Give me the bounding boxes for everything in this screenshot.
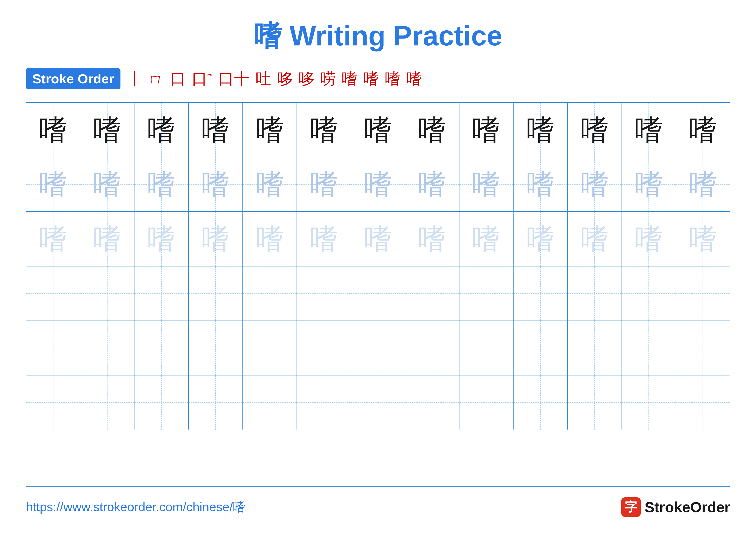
grid-cell-5-11[interactable] [622, 375, 676, 429]
grid-cell-3-4[interactable] [243, 267, 297, 320]
cell-character: 嗜 [635, 116, 663, 144]
grid-cell-0-1[interactable]: 嗜 [80, 103, 134, 157]
grid-cell-1-12[interactable]: 嗜 [676, 157, 730, 211]
cell-character: 嗜 [93, 116, 121, 144]
grid-cell-3-3[interactable] [189, 267, 243, 320]
cell-character: 嗜 [202, 116, 230, 144]
grid-cell-3-5[interactable] [297, 267, 351, 320]
footer-url[interactable]: https://www.strokeorder.com/chinese/嗜 [26, 499, 245, 516]
grid-cell-4-8[interactable] [459, 321, 514, 375]
grid-cell-0-7[interactable]: 嗜 [405, 103, 459, 157]
grid-cell-3-10[interactable] [568, 267, 622, 320]
grid-cell-1-11[interactable]: 嗜 [622, 157, 676, 211]
grid-cell-3-7[interactable] [405, 267, 459, 320]
grid-cell-4-5[interactable] [297, 321, 351, 375]
grid-cell-1-1[interactable]: 嗜 [80, 157, 134, 211]
grid-cell-4-2[interactable] [134, 321, 189, 375]
stroke-step-2: 口 [170, 71, 186, 87]
grid-cell-4-9[interactable] [514, 321, 568, 375]
cell-character: 嗜 [526, 225, 554, 253]
grid-cell-1-9[interactable]: 嗜 [514, 157, 568, 211]
grid-cell-0-3[interactable]: 嗜 [189, 103, 243, 157]
stroke-step-11: 嗜 [385, 71, 400, 87]
grid-cell-5-9[interactable] [514, 375, 568, 429]
grid-cell-0-2[interactable]: 嗜 [134, 103, 189, 157]
grid-cell-2-11[interactable]: 嗜 [622, 212, 676, 266]
grid-cell-3-2[interactable] [134, 267, 189, 320]
grid-cell-3-8[interactable] [459, 267, 514, 320]
cell-character: 嗜 [635, 225, 663, 253]
grid-cell-1-3[interactable]: 嗜 [189, 157, 243, 211]
cell-character: 嗜 [93, 170, 121, 198]
grid-cell-0-11[interactable]: 嗜 [622, 103, 676, 157]
grid-cell-5-12[interactable] [676, 375, 730, 429]
grid-cell-4-11[interactable] [622, 321, 676, 375]
grid-cell-4-12[interactable] [676, 321, 730, 375]
grid-cell-1-8[interactable]: 嗜 [459, 157, 514, 211]
grid-cell-0-9[interactable]: 嗜 [514, 103, 568, 157]
grid-cell-0-12[interactable]: 嗜 [676, 103, 730, 157]
grid-cell-5-10[interactable] [568, 375, 622, 429]
grid-cell-1-4[interactable]: 嗜 [243, 157, 297, 211]
grid-cell-1-10[interactable]: 嗜 [568, 157, 622, 211]
grid-cell-4-4[interactable] [243, 321, 297, 375]
grid-cell-2-1[interactable]: 嗜 [80, 212, 134, 266]
grid-cell-0-8[interactable]: 嗜 [459, 103, 514, 157]
grid-cell-3-11[interactable] [622, 267, 676, 320]
practice-grid: 嗜嗜嗜嗜嗜嗜嗜嗜嗜嗜嗜嗜嗜嗜嗜嗜嗜嗜嗜嗜嗜嗜嗜嗜嗜嗜嗜嗜嗜嗜嗜嗜嗜嗜嗜嗜嗜嗜嗜 [26, 102, 730, 487]
grid-cell-3-9[interactable] [514, 267, 568, 320]
grid-cell-1-0[interactable]: 嗜 [26, 157, 80, 211]
grid-cell-2-9[interactable]: 嗜 [514, 212, 568, 266]
grid-cell-2-4[interactable]: 嗜 [243, 212, 297, 266]
grid-cell-1-5[interactable]: 嗜 [297, 157, 351, 211]
grid-cell-5-7[interactable] [405, 375, 459, 429]
grid-cell-5-3[interactable] [189, 375, 243, 429]
cell-character: 嗜 [689, 225, 717, 253]
cell-character: 嗜 [93, 225, 121, 253]
grid-cell-4-0[interactable] [26, 321, 80, 375]
grid-cell-2-3[interactable]: 嗜 [189, 212, 243, 266]
grid-cell-5-4[interactable] [243, 375, 297, 429]
grid-cell-0-10[interactable]: 嗜 [568, 103, 622, 157]
grid-cell-5-0[interactable] [26, 375, 80, 429]
grid-cell-2-8[interactable]: 嗜 [459, 212, 514, 266]
grid-cell-5-8[interactable] [459, 375, 514, 429]
cell-character: 嗜 [310, 116, 338, 144]
grid-cell-2-12[interactable]: 嗜 [676, 212, 730, 266]
grid-cell-1-2[interactable]: 嗜 [134, 157, 189, 211]
grid-cell-2-0[interactable]: 嗜 [26, 212, 80, 266]
grid-cell-0-5[interactable]: 嗜 [297, 103, 351, 157]
grid-cell-2-2[interactable]: 嗜 [134, 212, 189, 266]
grid-cell-5-1[interactable] [80, 375, 134, 429]
grid-cell-5-6[interactable] [351, 375, 405, 429]
cell-character: 嗜 [148, 225, 176, 253]
grid-cell-4-7[interactable] [405, 321, 459, 375]
grid-cell-2-5[interactable]: 嗜 [297, 212, 351, 266]
page-title: 嗜 Writing Practice [254, 17, 502, 55]
grid-cell-4-3[interactable] [189, 321, 243, 375]
stroke-step-0: 丨 [127, 71, 143, 87]
grid-cell-0-4[interactable]: 嗜 [243, 103, 297, 157]
grid-cell-4-1[interactable] [80, 321, 134, 375]
grid-row-2: 嗜嗜嗜嗜嗜嗜嗜嗜嗜嗜嗜嗜嗜 [26, 212, 730, 266]
grid-row-4 [26, 321, 730, 375]
grid-cell-1-6[interactable]: 嗜 [351, 157, 405, 211]
grid-cell-3-12[interactable] [676, 267, 730, 320]
cell-character: 嗜 [148, 116, 176, 144]
grid-cell-2-6[interactable]: 嗜 [351, 212, 405, 266]
grid-cell-4-6[interactable] [351, 321, 405, 375]
stroke-steps: 丨ㄇ口口˜口十吐哆哆唠嗜嗜嗜嗜 [127, 71, 422, 87]
grid-cell-1-7[interactable]: 嗜 [405, 157, 459, 211]
grid-cell-3-6[interactable] [351, 267, 405, 320]
grid-cell-5-5[interactable] [297, 375, 351, 429]
cell-character: 嗜 [202, 170, 230, 198]
grid-cell-5-2[interactable] [134, 375, 189, 429]
cell-character: 嗜 [39, 225, 67, 253]
grid-cell-4-10[interactable] [568, 321, 622, 375]
grid-cell-0-0[interactable]: 嗜 [26, 103, 80, 157]
grid-cell-3-1[interactable] [80, 267, 134, 320]
grid-cell-3-0[interactable] [26, 267, 80, 320]
grid-cell-0-6[interactable]: 嗜 [351, 103, 405, 157]
grid-cell-2-7[interactable]: 嗜 [405, 212, 459, 266]
grid-cell-2-10[interactable]: 嗜 [568, 212, 622, 266]
